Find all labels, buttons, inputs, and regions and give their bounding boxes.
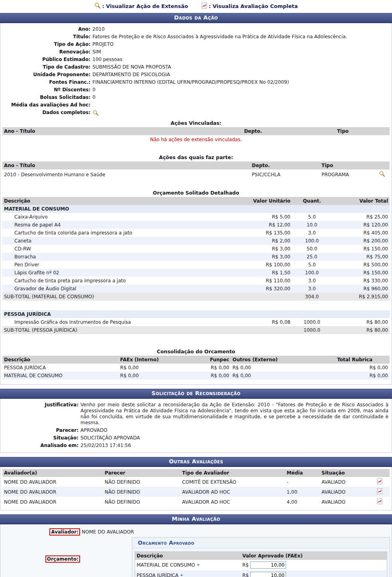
chart-report-icon [202, 2, 208, 10]
chart-report-icon[interactable] [377, 478, 383, 486]
field-value: DEPARTAMENTO DE PSICOLOGIA [90, 72, 170, 78]
field-bolsas-solicitadas: Bolsas Solicitadas: 0 [0, 94, 392, 101]
evaluation-form: Avaliador: NOME DO AVALIADOR Orçamento: … [0, 524, 392, 577]
cell-tipo: AVALIADOR AD HOC [180, 487, 285, 497]
column-header: Parecer [103, 469, 180, 477]
valor-material-consumo-input[interactable] [250, 561, 286, 569]
cell-faex: R$ 0,00 [119, 372, 192, 380]
valor-pessoa-juridica-input[interactable] [250, 572, 286, 577]
field-value: 0 [90, 87, 96, 93]
cell-funpec: R$ 0,00 [192, 364, 231, 372]
column-header: Tipo [320, 161, 374, 169]
cell-desc: Lápis Grafite nº 02 [2, 269, 238, 277]
caption-consolidacao: Consolidação do Orcamento [0, 347, 392, 356]
cell-desc: Gravador de Áudio Digital [2, 285, 238, 293]
avaliador-value: NOME DO AVALIADOR [80, 528, 134, 535]
column-header: Valor Unitário [238, 197, 292, 205]
cell-desc: PESSOA JURÍDICA ✦ [135, 570, 241, 577]
acoes-vinculadas-table: Ano - Título Depto. Tipo [2, 127, 390, 135]
panel-outras-avaliacoes: Avaliador(a) Parecer Tipo de Avaliador M… [0, 467, 392, 510]
group-name: MATERIAL DE CONSUMO [2, 205, 390, 213]
acoes-faz-parte-table: Ano - Título Depto. Tipo 2010 - Desenvol… [2, 161, 390, 179]
chart-report-icon[interactable] [377, 498, 383, 506]
cell-situacao: AVALIADO [320, 487, 370, 497]
cell-tipo: COMITÊ DE EXTENSÃO [180, 477, 285, 487]
subtotal-label: SUB-TOTAL (PESSOA JURÍDICA) [2, 326, 238, 334]
field-media-ad-hoc: Média das avaliações Ad hoc: [0, 101, 392, 109]
table-row: Pen DriverR$ 100,005.0R$ 500,00 [2, 261, 390, 269]
field-value: PROJETO [90, 41, 114, 47]
column-header: Total Rubrica [320, 356, 390, 364]
consolidacao-table: Descrição FAEx (Interno) Funpec Outros (… [2, 356, 390, 380]
cell-unit: R$ 3,00 [238, 245, 292, 253]
cell-tipo: PROGRAMA [320, 169, 374, 179]
cell-tipo: AVALIADOR AD HOC [180, 497, 285, 507]
caption-orcamento-detalhado: Orçamento Solitado Detalhado [0, 188, 392, 197]
cell-desc: MATERIAL DE CONSUMO ✦ [135, 560, 241, 570]
magnifier-icon[interactable] [379, 171, 385, 178]
field-parecer: Parecer: APROVADO [0, 427, 392, 434]
subtotal-qty: 1000.0 [292, 326, 332, 334]
group-header-row: PESSOA JURÍDICA [2, 310, 390, 318]
view-complete-data-link[interactable] [90, 110, 99, 118]
cell-qty: 3.0 [292, 229, 332, 237]
cell-faex: R$ 0,00 [119, 364, 192, 372]
column-header [370, 469, 390, 477]
cell-desc: Borracha [2, 253, 238, 261]
table-row: Gravador de Áudio DigitalR$ 320,003.0R$ … [2, 285, 390, 293]
cell-media: - [285, 477, 320, 487]
table-row: NOME DO AVALIADOR NÃO DEFINIDO AVALIADOR… [2, 497, 390, 507]
cell-total: R$ 25,00 [332, 213, 390, 221]
cell-total: R$ 150,00 [332, 269, 390, 277]
orcamento-detalhado-table: Descrição Valor Unitário Quant. Valor To… [2, 197, 390, 344]
field-label: Justificativa: [0, 402, 78, 426]
column-header: Outros (Externo) [231, 356, 320, 364]
subtotal-qty: 304.0 [292, 293, 332, 301]
field-value [90, 102, 92, 108]
field-value: 100 pessoas [90, 57, 122, 63]
caption-acoes-vinculadas: Ações Vinculadas: [0, 118, 392, 127]
view-full-evaluation-link[interactable] [370, 497, 390, 507]
subtotal-label: SUB-TOTAL (MATERIAL DE CONSUMO) [2, 293, 238, 301]
cell-parecer: NÃO DEFINIDO [103, 487, 180, 497]
column-header: Depto. [250, 161, 320, 169]
cell-unit: R$ 135,00 [238, 229, 292, 237]
magnifier-icon[interactable] [92, 110, 99, 118]
table-row: Resma de papel A4R$ 12,0010.0R$ 120,00 [2, 221, 390, 229]
field-label: Dados completos: [0, 110, 90, 118]
column-header [374, 161, 390, 169]
cell-total: R$ 80,00 [332, 318, 390, 326]
column-header: Quant. [292, 197, 332, 205]
view-full-evaluation-link[interactable] [370, 477, 390, 487]
subtotal-total: R$ 80,00 [332, 326, 390, 334]
chart-report-icon[interactable] [377, 488, 383, 496]
cell-desc: Caixa-Arquivo [2, 213, 238, 221]
field-value: Fatores de Proteção e de Risco Associado… [90, 34, 347, 40]
view-full-evaluation-link[interactable] [370, 487, 390, 497]
field-fontes-financ: Fontes Financ.: FINANCIAMENTO INTERNO (E… [0, 79, 392, 86]
view-action-link[interactable] [374, 169, 390, 179]
cell-qty: 5.0 [292, 261, 332, 269]
cell-outros: R$ 0,00 [231, 364, 320, 372]
subtotal-row: SUB-TOTAL (MATERIAL DE CONSUMO)304.0R$ 2… [2, 293, 390, 301]
cell-qty: 1000.0 [292, 318, 332, 326]
field-renovacao: Renovação: SIM [0, 48, 392, 56]
cell-qty: 3.0 [292, 285, 332, 293]
group-name: PESSOA JURÍDICA [2, 310, 390, 318]
cell-media: 4,00 [285, 497, 320, 507]
panel-reconsideracao: Justificativa: Venho por meio deste soli… [0, 399, 392, 453]
field-value: 25/02/2013 17:41:56 [78, 443, 134, 449]
field-label: Renovação: [0, 49, 90, 55]
page: : Visualizar Ação de Extensão : Visualiz… [0, 0, 392, 577]
outras-avaliacoes-table: Avaliador(a) Parecer Tipo de Avaliador M… [2, 469, 390, 507]
field-value: SOLICITAÇÃO APROVADA [78, 435, 143, 441]
cell-parecer: NÃO DEFINIDO [103, 477, 180, 487]
table-row: CD-RWR$ 3,0050.0R$ 150,00 [2, 245, 390, 253]
cell-total: R$ 500,00 [332, 261, 390, 269]
column-header: Ano - Título [2, 161, 250, 169]
cell-unit: R$ 100,00 [238, 261, 292, 269]
table-row: CanetaR$ 2,00100.0R$ 200,00 [2, 237, 390, 245]
section-header-dados-da-acao: Dados da Ação [0, 13, 392, 23]
panel-dados-da-acao: Ano: 2010 Título: Fatores de Proteção e … [0, 23, 392, 385]
legend-label: : Visualiza Avaliação Completa [209, 3, 298, 9]
